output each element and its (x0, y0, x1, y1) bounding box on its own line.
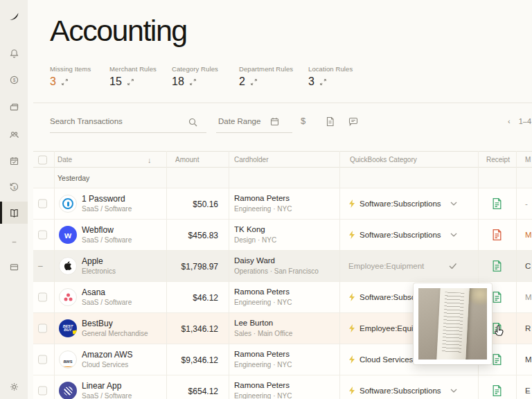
page-title: Accounting (50, 14, 187, 48)
chevron-down-icon[interactable] (450, 202, 457, 206)
row-checkbox[interactable] (38, 355, 47, 364)
receipt-preview-popup (414, 283, 492, 364)
receipt-icon[interactable] (492, 260, 502, 272)
column-divider (54, 151, 55, 399)
receipt-missing-icon[interactable] (492, 229, 502, 241)
expand-icon[interactable] (189, 78, 197, 86)
people-icon[interactable] (0, 123, 28, 145)
col-date[interactable]: Date (57, 156, 72, 163)
svg-text:$: $ (13, 185, 16, 189)
merchant-logo-aws: aws (59, 351, 77, 369)
auto-categorized-bolt-icon (348, 231, 355, 239)
auto-categorized-bolt-icon (348, 355, 355, 364)
auto-categorized-bolt-icon (348, 324, 355, 332)
memo-cell: C (525, 262, 531, 270)
auto-categorized-bolt-icon (348, 200, 355, 208)
date-range-filter[interactable]: Date Range (218, 117, 260, 125)
wallet-card-icon[interactable] (0, 256, 28, 278)
chevron-down-icon[interactable] (450, 389, 457, 393)
select-all-checkbox[interactable] (38, 156, 47, 165)
category-dropdown[interactable]: Cloud Services (360, 355, 413, 364)
table-row[interactable]: 1 Password SaaS / Software $50.16 Ramona… (33, 188, 532, 220)
expand-icon[interactable] (127, 78, 134, 86)
category-dropdown[interactable]: Software:Subscriptions (360, 200, 441, 208)
receipt-icon[interactable] (492, 198, 502, 210)
category-locked: Employee:Equipment (348, 262, 424, 270)
row-checkbox[interactable] (38, 200, 47, 209)
pagination: ‹ 1–4 (508, 117, 531, 125)
merchant-logo-1password (59, 195, 77, 213)
search-input[interactable]: Search Transactions (50, 117, 123, 125)
accounting-book-icon (8, 207, 20, 219)
cards-icon[interactable] (0, 96, 28, 118)
memo-cell: M (525, 355, 532, 364)
row-checkbox[interactable] (38, 387, 47, 396)
column-divider (516, 151, 517, 399)
check-icon (449, 263, 457, 269)
merchant-logo-apple (59, 257, 77, 275)
collapse-dash-icon[interactable] (0, 231, 28, 253)
table-row[interactable]: Linear App SaaS / Software $654.12 Ramon… (33, 375, 532, 399)
col-receipt[interactable]: Receipt (486, 156, 510, 163)
table-group-row: Yesterday (33, 168, 532, 188)
memo-cell: M (525, 231, 532, 239)
notifications-bell-icon[interactable] (0, 42, 28, 64)
auto-categorized-bolt-icon (348, 293, 355, 301)
receipt-paper (436, 288, 470, 360)
table-row[interactable]: – Apple Electronics $1,798.97 Daisy Ward… (33, 251, 532, 282)
table-row[interactable]: w Webflow SaaS / Software $456.83 TK Kon… (33, 220, 532, 251)
merchant-logo-webflow: w (59, 226, 77, 244)
merchant-logo-linear (59, 382, 77, 399)
column-divider (229, 151, 229, 399)
receipt-icon[interactable] (492, 354, 502, 366)
col-cardholder[interactable]: Cardholder (234, 156, 268, 163)
receipt-photo (418, 288, 487, 360)
receipt-icon[interactable] (492, 385, 502, 397)
search-underline (50, 132, 206, 133)
merchant-logo-asana (59, 288, 77, 306)
chevron-down-icon[interactable] (450, 233, 457, 237)
sidebar-item-accounting[interactable] (0, 202, 28, 224)
expand-icon[interactable] (319, 78, 327, 86)
category-dropdown[interactable]: Software:Subscriptions (360, 387, 441, 395)
column-divider (339, 151, 340, 399)
expand-icon[interactable] (250, 78, 258, 86)
row-checkbox[interactable] (38, 231, 47, 240)
memo-cell: R (525, 324, 531, 332)
divider (33, 103, 532, 103)
memo-filter-icon[interactable] (348, 116, 358, 126)
stat-category-rules: Category Rules 18 (172, 65, 218, 88)
memo-cell: - (525, 200, 528, 208)
group-label: Yesterday (57, 174, 89, 182)
pagination-range: 1–4 (519, 117, 531, 125)
col-memo[interactable]: M (525, 156, 531, 163)
row-checkbox[interactable] (38, 324, 47, 333)
row-checkbox-disabled: – (38, 261, 43, 271)
svg-text:$: $ (12, 77, 15, 82)
stat-merchant-rules: Merchant Rules 15 (109, 65, 157, 88)
settings-gear-icon[interactable] (0, 375, 28, 398)
memo-cell: M (525, 293, 532, 301)
ramp-logo-icon[interactable] (0, 6, 28, 28)
category-dropdown[interactable]: Software:Subscriptions (360, 231, 441, 239)
expand-icon[interactable] (61, 78, 69, 86)
sort-arrow-icon[interactable]: ↓ (148, 156, 152, 164)
col-amount[interactable]: Amount (175, 156, 199, 163)
receipt-filter-icon[interactable] (326, 116, 335, 127)
sidebar: $ $ (0, 0, 28, 399)
search-icon[interactable] (188, 118, 197, 127)
amount-filter-icon[interactable]: $ (301, 116, 305, 126)
calendar-icon[interactable] (0, 150, 28, 172)
stat-location-rules: Location Rules 3 (308, 65, 353, 88)
row-checkbox[interactable] (38, 293, 47, 302)
calendar-icon[interactable] (270, 117, 279, 126)
table-header: Date ↓ Amount Cardholder QuickBooks Cate… (33, 151, 532, 168)
merchant-logo-bestbuy: BEST BUY (59, 319, 77, 337)
balance-coin-icon[interactable]: $ (0, 69, 28, 91)
col-category[interactable]: QuickBooks Category (350, 156, 417, 163)
pagination-prev-button[interactable]: ‹ (508, 117, 511, 125)
memo-cell: E (525, 387, 531, 395)
history-icon[interactable]: $ (0, 176, 28, 198)
column-divider (166, 151, 167, 399)
receipt-icon[interactable] (492, 292, 502, 303)
